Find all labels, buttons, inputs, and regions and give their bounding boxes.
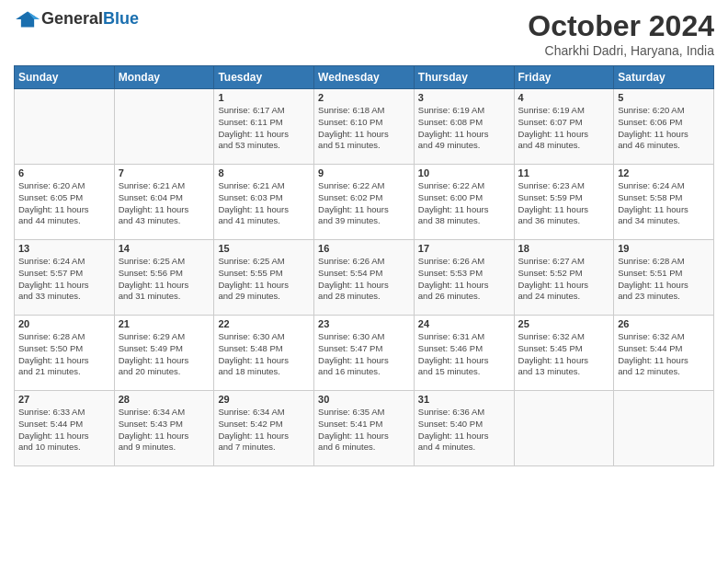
- month-title: October 2024: [528, 9, 714, 43]
- day-info: Sunrise: 6:21 AMSunset: 6:04 PMDaylight:…: [119, 180, 210, 227]
- location: Charkhi Dadri, Haryana, India: [528, 43, 714, 58]
- day-info: Sunrise: 6:18 AMSunset: 6:10 PMDaylight:…: [318, 105, 410, 152]
- col-sunday: Sunday: [15, 66, 115, 89]
- logo-icon: [14, 10, 41, 29]
- calendar-table: Sunday Monday Tuesday Wednesday Thursday…: [14, 65, 714, 466]
- day-info: Sunrise: 6:25 AMSunset: 5:55 PMDaylight:…: [218, 256, 310, 303]
- day-number: 7: [119, 167, 210, 178]
- calendar-week-row: 1Sunrise: 6:17 AMSunset: 6:11 PMDaylight…: [15, 89, 714, 165]
- calendar-cell: 31Sunrise: 6:36 AMSunset: 5:40 PMDayligh…: [414, 391, 514, 466]
- col-saturday: Saturday: [614, 66, 714, 89]
- day-info: Sunrise: 6:28 AMSunset: 5:51 PMDaylight:…: [618, 256, 710, 303]
- day-number: 2: [318, 92, 410, 103]
- day-number: 5: [618, 92, 710, 103]
- day-info: Sunrise: 6:20 AMSunset: 6:06 PMDaylight:…: [618, 105, 710, 152]
- day-number: 14: [119, 243, 210, 254]
- day-number: 18: [518, 243, 610, 254]
- day-number: 26: [618, 318, 710, 329]
- day-number: 11: [518, 167, 610, 178]
- calendar-cell: 25Sunrise: 6:32 AMSunset: 5:45 PMDayligh…: [514, 316, 614, 391]
- day-number: 19: [618, 243, 710, 254]
- day-info: Sunrise: 6:24 AMSunset: 5:57 PMDaylight:…: [18, 256, 110, 303]
- col-tuesday: Tuesday: [214, 66, 314, 89]
- col-monday: Monday: [114, 66, 214, 89]
- day-number: 30: [318, 394, 410, 405]
- day-info: Sunrise: 6:20 AMSunset: 6:05 PMDaylight:…: [18, 180, 110, 227]
- day-number: 3: [418, 92, 510, 103]
- day-info: Sunrise: 6:23 AMSunset: 5:59 PMDaylight:…: [518, 180, 610, 227]
- calendar-cell: 2Sunrise: 6:18 AMSunset: 6:10 PMDaylight…: [314, 89, 415, 165]
- calendar-cell: 27Sunrise: 6:33 AMSunset: 5:44 PMDayligh…: [15, 391, 115, 466]
- day-info: Sunrise: 6:28 AMSunset: 5:50 PMDaylight:…: [18, 331, 110, 378]
- day-number: 13: [18, 243, 110, 254]
- logo-blue: Blue: [103, 9, 139, 28]
- day-number: 31: [418, 394, 510, 405]
- calendar-cell: 6Sunrise: 6:20 AMSunset: 6:05 PMDaylight…: [15, 165, 115, 240]
- day-number: 25: [518, 318, 610, 329]
- calendar-cell: [614, 391, 714, 466]
- col-wednesday: Wednesday: [314, 66, 415, 89]
- day-number: 23: [318, 318, 410, 329]
- calendar-cell: 24Sunrise: 6:31 AMSunset: 5:46 PMDayligh…: [414, 316, 514, 391]
- calendar-cell: 26Sunrise: 6:32 AMSunset: 5:44 PMDayligh…: [614, 316, 714, 391]
- calendar-cell: 15Sunrise: 6:25 AMSunset: 5:55 PMDayligh…: [214, 240, 314, 316]
- calendar-cell: 18Sunrise: 6:27 AMSunset: 5:52 PMDayligh…: [514, 240, 614, 316]
- calendar-cell: 11Sunrise: 6:23 AMSunset: 5:59 PMDayligh…: [514, 165, 614, 240]
- day-info: Sunrise: 6:17 AMSunset: 6:11 PMDaylight:…: [218, 105, 310, 152]
- day-number: 15: [218, 243, 310, 254]
- calendar-header-row: Sunday Monday Tuesday Wednesday Thursday…: [15, 66, 714, 89]
- day-info: Sunrise: 6:26 AMSunset: 5:53 PMDaylight:…: [418, 256, 510, 303]
- day-number: 8: [218, 167, 310, 178]
- calendar-cell: 29Sunrise: 6:34 AMSunset: 5:42 PMDayligh…: [214, 391, 314, 466]
- day-number: 16: [318, 243, 410, 254]
- col-friday: Friday: [514, 66, 614, 89]
- calendar-cell: 3Sunrise: 6:19 AMSunset: 6:08 PMDaylight…: [414, 89, 514, 165]
- day-info: Sunrise: 6:32 AMSunset: 5:44 PMDaylight:…: [618, 331, 710, 378]
- day-info: Sunrise: 6:22 AMSunset: 6:00 PMDaylight:…: [418, 180, 510, 227]
- calendar-cell: [15, 89, 115, 165]
- calendar-cell: 10Sunrise: 6:22 AMSunset: 6:00 PMDayligh…: [414, 165, 514, 240]
- day-number: 28: [119, 394, 210, 405]
- day-info: Sunrise: 6:33 AMSunset: 5:44 PMDaylight:…: [18, 407, 110, 454]
- day-info: Sunrise: 6:31 AMSunset: 5:46 PMDaylight:…: [418, 331, 510, 378]
- calendar-week-row: 27Sunrise: 6:33 AMSunset: 5:44 PMDayligh…: [15, 391, 714, 466]
- day-info: Sunrise: 6:25 AMSunset: 5:56 PMDaylight:…: [119, 256, 210, 303]
- col-thursday: Thursday: [414, 66, 514, 89]
- calendar-cell: [514, 391, 614, 466]
- calendar-cell: 4Sunrise: 6:19 AMSunset: 6:07 PMDaylight…: [514, 89, 614, 165]
- page-container: GeneralBlue October 2024 Charkhi Dadri, …: [0, 0, 728, 471]
- calendar-cell: 22Sunrise: 6:30 AMSunset: 5:48 PMDayligh…: [214, 316, 314, 391]
- day-number: 12: [618, 167, 710, 178]
- day-number: 21: [119, 318, 210, 329]
- calendar-week-row: 20Sunrise: 6:28 AMSunset: 5:50 PMDayligh…: [15, 316, 714, 391]
- day-number: 22: [218, 318, 310, 329]
- day-info: Sunrise: 6:26 AMSunset: 5:54 PMDaylight:…: [318, 256, 410, 303]
- day-info: Sunrise: 6:32 AMSunset: 5:45 PMDaylight:…: [518, 331, 610, 378]
- calendar-cell: 13Sunrise: 6:24 AMSunset: 5:57 PMDayligh…: [15, 240, 115, 316]
- day-number: 29: [218, 394, 310, 405]
- day-number: 17: [418, 243, 510, 254]
- calendar-cell: 5Sunrise: 6:20 AMSunset: 6:06 PMDaylight…: [614, 89, 714, 165]
- day-info: Sunrise: 6:19 AMSunset: 6:07 PMDaylight:…: [518, 105, 610, 152]
- day-info: Sunrise: 6:19 AMSunset: 6:08 PMDaylight:…: [418, 105, 510, 152]
- calendar-cell: 17Sunrise: 6:26 AMSunset: 5:53 PMDayligh…: [414, 240, 514, 316]
- logo: GeneralBlue: [14, 9, 139, 29]
- calendar-cell: 23Sunrise: 6:30 AMSunset: 5:47 PMDayligh…: [314, 316, 415, 391]
- day-number: 24: [418, 318, 510, 329]
- day-info: Sunrise: 6:34 AMSunset: 5:42 PMDaylight:…: [218, 407, 310, 454]
- day-info: Sunrise: 6:30 AMSunset: 5:47 PMDaylight:…: [318, 331, 410, 378]
- day-number: 4: [518, 92, 610, 103]
- calendar-cell: 1Sunrise: 6:17 AMSunset: 6:11 PMDaylight…: [214, 89, 314, 165]
- day-info: Sunrise: 6:34 AMSunset: 5:43 PMDaylight:…: [119, 407, 210, 454]
- calendar-cell: [114, 89, 214, 165]
- title-area: October 2024 Charkhi Dadri, Haryana, Ind…: [528, 9, 714, 58]
- day-info: Sunrise: 6:27 AMSunset: 5:52 PMDaylight:…: [518, 256, 610, 303]
- logo-general: General: [41, 9, 103, 28]
- calendar-cell: 12Sunrise: 6:24 AMSunset: 5:58 PMDayligh…: [614, 165, 714, 240]
- day-info: Sunrise: 6:35 AMSunset: 5:41 PMDaylight:…: [318, 407, 410, 454]
- day-info: Sunrise: 6:22 AMSunset: 6:02 PMDaylight:…: [318, 180, 410, 227]
- page-header: GeneralBlue October 2024 Charkhi Dadri, …: [14, 9, 714, 58]
- calendar-cell: 19Sunrise: 6:28 AMSunset: 5:51 PMDayligh…: [614, 240, 714, 316]
- day-number: 1: [218, 92, 310, 103]
- calendar-cell: 16Sunrise: 6:26 AMSunset: 5:54 PMDayligh…: [314, 240, 415, 316]
